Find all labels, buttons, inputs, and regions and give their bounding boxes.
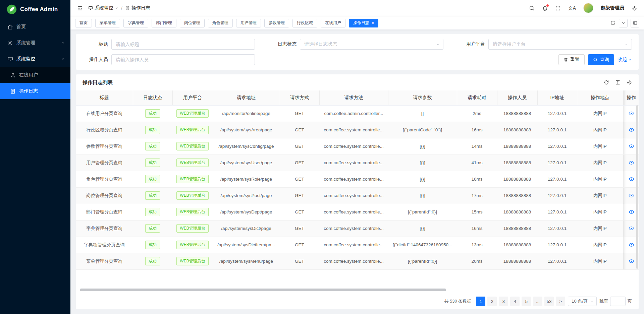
document-icon — [125, 6, 130, 10]
platform-badge: WEB管理后台 — [176, 142, 208, 150]
refresh-icon[interactable] — [610, 20, 616, 26]
collapse-button[interactable]: 收起 — [618, 57, 632, 63]
tab-岗位管理[interactable]: 岗位管理 — [180, 19, 205, 27]
cell-operator: 18888888888 — [497, 154, 537, 171]
tab-菜单管理[interactable]: 菜单管理 — [95, 19, 120, 27]
platform-select[interactable]: 请选择用户平台 — [488, 39, 632, 50]
page-size-select[interactable]: 10 条/页 — [568, 297, 597, 306]
sidebar-item-online-users[interactable]: 在线用户 — [0, 67, 70, 83]
tab-close-icon[interactable]: × — [372, 21, 374, 25]
vertical-scrollbar[interactable] — [636, 105, 638, 269]
column-settings-gear-icon[interactable] — [627, 80, 632, 85]
tab-在线用户[interactable]: 在线用户 — [321, 19, 345, 27]
tab-list: 首页菜单管理字典管理部门管理岗位管理角色管理用户管理参数管理行政区域在线用户操作… — [75, 19, 378, 27]
jump-page-input[interactable] — [610, 297, 626, 306]
current-username[interactable]: 超级管理员 — [601, 5, 624, 11]
cell-func: com.coffee.system.controlle... — [319, 220, 388, 237]
sidebar-item-operation-log[interactable]: 操作日志 — [0, 83, 70, 99]
cell-method: GET — [280, 171, 319, 187]
view-detail-eye-icon[interactable] — [629, 193, 634, 198]
tab-部门管理[interactable]: 部门管理 — [152, 19, 176, 27]
tab-options-chevron-down-icon[interactable] — [619, 19, 628, 27]
breadcrumb-section[interactable]: 系统监控 — [88, 5, 118, 11]
horizontal-scrollbar[interactable] — [80, 289, 446, 291]
view-detail-eye-icon[interactable] — [629, 160, 634, 166]
view-detail-eye-icon[interactable] — [629, 176, 634, 182]
status-select[interactable]: 请选择日志状态 — [300, 39, 443, 50]
tab-字典管理[interactable]: 字典管理 — [123, 19, 148, 27]
cell-method: GET — [280, 220, 319, 237]
sidebar-item-system-monitor[interactable]: 系统监控 — [0, 51, 70, 67]
menu-fold-icon[interactable] — [77, 5, 83, 11]
sidebar-item-system-management[interactable]: 系统管理 — [0, 35, 70, 51]
reset-button[interactable]: 重置 — [558, 54, 585, 65]
tab-label: 部门管理 — [156, 20, 172, 26]
sidebar: Coffee Admin 首页 系统管理 系统监控 — [0, 0, 70, 314]
column-height-icon[interactable] — [615, 80, 621, 85]
fullscreen-icon[interactable] — [555, 5, 561, 11]
column-header-IP地址: IP地址 — [537, 90, 577, 105]
topbar-actions: 文A 超级管理员 — [529, 3, 637, 13]
chevron-down-icon — [590, 300, 594, 303]
page-button-4[interactable]: 4 — [510, 297, 520, 306]
cell-params: [{"dictId":140647326180950... — [388, 237, 457, 253]
sidebar-item-home[interactable]: 首页 — [0, 19, 70, 35]
tab-行政区域[interactable]: 行政区域 — [292, 19, 317, 27]
search-button[interactable]: 查询 — [588, 54, 614, 65]
page-button-53[interactable]: 53 — [544, 297, 554, 306]
settings-gear-icon[interactable] — [632, 5, 637, 11]
view-detail-eye-icon[interactable] — [629, 111, 634, 116]
home-icon — [7, 24, 13, 30]
page-button-5[interactable]: 5 — [522, 297, 531, 306]
app-logo[interactable]: Coffee Admin — [0, 0, 70, 19]
cell-platform: WEB管理后台 — [172, 138, 213, 154]
cell-url: /api/system/sysDept/page — [213, 204, 280, 220]
filter-spacer — [271, 54, 443, 65]
search-icon[interactable] — [529, 5, 535, 11]
cell-func: com.coffee.system.controlle... — [319, 253, 388, 269]
cell-params: [{}] — [388, 220, 457, 237]
next-page-button[interactable]: > — [556, 297, 565, 306]
page-button-3[interactable]: 3 — [499, 297, 508, 306]
search-icon — [593, 57, 598, 62]
cell-duration: 17ms — [457, 187, 497, 204]
chevron-up-icon — [61, 57, 65, 61]
translate-icon[interactable]: 文A — [568, 6, 576, 10]
column-header-标题: 标题 — [76, 90, 133, 105]
user-avatar[interactable] — [583, 3, 593, 13]
horizontal-scrollbar-track — [80, 289, 635, 292]
tab-操作日志[interactable]: 操作日志× — [349, 19, 378, 27]
tab-label: 首页 — [79, 20, 88, 26]
view-detail-eye-icon[interactable] — [629, 127, 634, 133]
view-detail-eye-icon[interactable] — [629, 143, 634, 149]
content-area: 标题 日志状态 请选择日志状态 用户平台 请选择用户平台 — [70, 29, 644, 314]
cell-operator: 18888888888 — [497, 122, 537, 138]
tab-角色管理[interactable]: 角色管理 — [208, 19, 233, 27]
table-row: 角色管理分页查询成功WEB管理后台/api/system/sysRole/pag… — [76, 171, 639, 187]
tab-首页[interactable]: 首页 — [75, 19, 92, 27]
document-icon — [10, 88, 16, 94]
notification-bell-icon[interactable] — [542, 5, 548, 11]
view-detail-eye-icon[interactable] — [629, 258, 634, 264]
refresh-icon[interactable] — [604, 80, 609, 85]
jump-unit: 页 — [628, 298, 632, 304]
title-input[interactable] — [111, 39, 255, 50]
view-detail-eye-icon[interactable] — [629, 209, 634, 215]
tab-用户管理[interactable]: 用户管理 — [236, 19, 261, 27]
cell-operator: 18888888888 — [497, 220, 537, 237]
view-detail-eye-icon[interactable] — [629, 226, 634, 231]
page-button-1[interactable]: 1 — [476, 297, 485, 306]
tab-参数管理[interactable]: 参数管理 — [264, 19, 289, 27]
operator-input[interactable] — [111, 54, 255, 65]
trash-icon — [564, 57, 568, 62]
cell-title: 参数管理分页查询 — [76, 138, 133, 154]
cell-url: /api/system/sysConfig/page — [213, 138, 280, 154]
page-ellipsis[interactable]: ... — [533, 297, 542, 306]
view-detail-eye-icon[interactable] — [629, 242, 634, 248]
layout-toggle-icon[interactable] — [631, 19, 639, 27]
cell-ip: 127.0.0.1 — [537, 138, 577, 154]
column-header-请求地址: 请求地址 — [213, 90, 280, 105]
page-button-2[interactable]: 2 — [487, 297, 497, 306]
table-row: 行政区域分页查询成功WEB管理后台/api/system/sysArea/pag… — [76, 122, 639, 138]
table-toolbar — [604, 80, 632, 85]
